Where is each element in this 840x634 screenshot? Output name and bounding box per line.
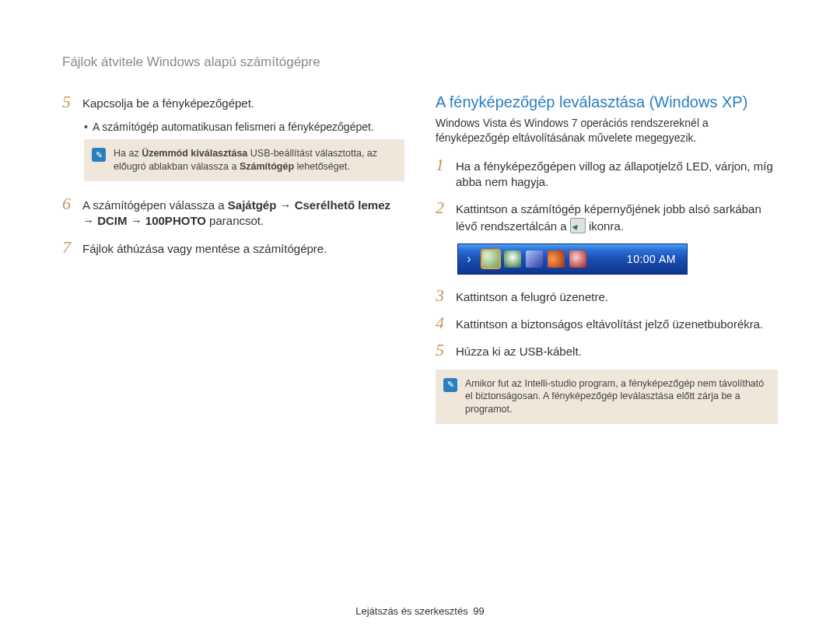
security-tray-icon xyxy=(504,250,521,268)
volume-tray-icon xyxy=(548,250,565,268)
left-step-6: 6 A számítógépen válassza a Sajátgép → C… xyxy=(62,195,404,229)
right-column: A fényképezőgép leválasztása (Windows XP… xyxy=(436,93,778,438)
step-number: 6 xyxy=(62,195,75,212)
step-text: Fájlok áthúzása vagy mentése a számítógé… xyxy=(82,239,327,257)
tray-expand-icon: › xyxy=(458,244,480,274)
left-note-box: ✎ Ha az Üzemmód kiválasztása USB-beállít… xyxy=(84,139,404,181)
step-number: 1 xyxy=(436,156,448,173)
windows-xp-systray: › 10:00 AM xyxy=(457,243,688,275)
note-icon: ✎ xyxy=(92,148,106,162)
right-section-heading: A fényképezőgép leválasztása (Windows XP… xyxy=(436,93,778,111)
step-text: Kattintson a biztonságos eltávolítást je… xyxy=(456,314,763,332)
step-text: Húzza ki az USB-kábelt. xyxy=(456,342,582,359)
left-step-7: 7 Fájlok áthúzása vagy mentése a számító… xyxy=(62,239,404,257)
note-text: Amikor fut az Intelli-studio program, a … xyxy=(465,377,768,417)
content-columns: 5 Kapcsolja be a fényképezőgépet. A szám… xyxy=(62,93,778,438)
step-number: 4 xyxy=(436,314,448,331)
right-intro-text: Windows Vista és Windows 7 operációs ren… xyxy=(436,116,778,145)
right-step-1: 1 Ha a fényképezőgépen villog az állapot… xyxy=(436,156,778,191)
page-footer: Lejátszás és szerkesztés 99 xyxy=(0,605,840,617)
left-column: 5 Kapcsolja be a fényképezőgépet. A szám… xyxy=(62,93,404,438)
step-text: A számítógépen válassza a Sajátgép → Cse… xyxy=(82,195,404,229)
step-text: Kapcsolja be a fényképezőgépet. xyxy=(82,93,254,111)
step-text: Kattintson a felugró üzenetre. xyxy=(456,287,608,305)
step-number: 7 xyxy=(62,239,75,256)
note-icon: ✎ xyxy=(443,378,457,392)
safely-remove-icon xyxy=(570,218,586,233)
right-step-3: 3 Kattintson a felugró üzenetre. xyxy=(436,287,778,305)
page-number: 99 xyxy=(473,605,484,617)
right-step-5: 5 Húzza ki az USB-kábelt. xyxy=(436,342,778,359)
left-step-5: 5 Kapcsolja be a fényképezőgépet. xyxy=(62,93,404,111)
left-step-5-sub: A számítógép automatikusan felismeri a f… xyxy=(84,121,404,133)
network-tray-icon xyxy=(526,250,543,268)
step-number: 5 xyxy=(62,93,75,110)
safely-remove-hardware-tray-icon xyxy=(482,250,499,268)
systray-illustration: › 10:00 AM xyxy=(457,243,778,275)
note-text: Ha az Üzemmód kiválasztása USB-beállítás… xyxy=(114,147,395,173)
step-text: Ha a fényképezőgépen villog az állapotje… xyxy=(456,156,778,191)
right-step-2: 2 Kattintson a számítógép képernyőjének … xyxy=(436,199,778,234)
breadcrumb: Fájlok átvitele Windows alapú számítógép… xyxy=(62,54,778,70)
systray-clock: 10:00 AM xyxy=(619,253,687,265)
step-number: 5 xyxy=(436,342,448,359)
step-number: 2 xyxy=(436,199,448,216)
device-tray-icon xyxy=(569,250,586,268)
right-note-box: ✎ Amikor fut az Intelli-studio program, … xyxy=(436,370,778,425)
footer-section: Lejátszás és szerkesztés xyxy=(355,605,468,617)
sub-text: A számítógép automatikusan felismeri a f… xyxy=(93,121,374,133)
step-number: 3 xyxy=(436,287,448,304)
right-step-4: 4 Kattintson a biztonságos eltávolítást … xyxy=(436,314,778,332)
step-text: Kattintson a számítógép képernyőjének jo… xyxy=(456,199,778,234)
